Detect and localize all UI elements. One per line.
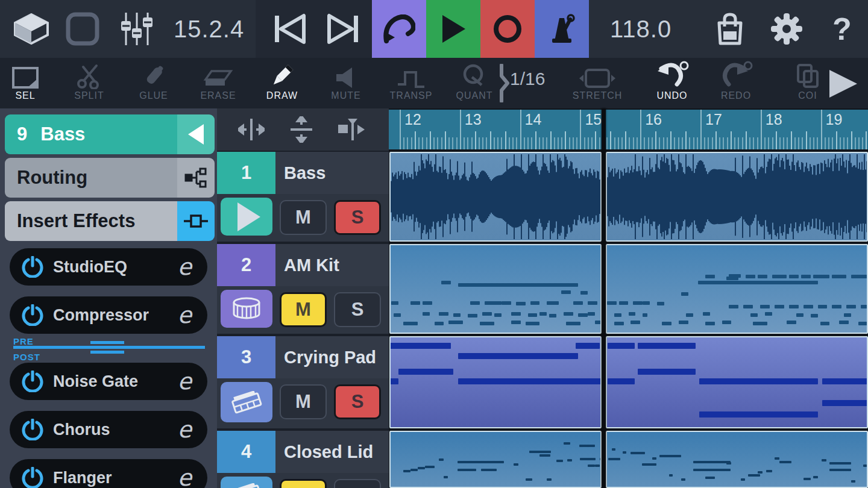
track-row-closed-lid[interactable]: 4 Closed Lid M S <box>217 431 389 488</box>
beat-tick <box>825 137 826 149</box>
audio-clip[interactable] <box>606 152 868 242</box>
effect-slot-compressor[interactable]: Compressor e <box>10 296 207 334</box>
tool-split[interactable]: SPLIT <box>60 58 118 108</box>
expand-toolbar-arrow[interactable] <box>827 69 858 99</box>
mute-button[interactable]: M <box>280 479 327 488</box>
solo-button[interactable]: S <box>334 479 381 488</box>
beat-tick <box>422 137 423 149</box>
midi-clip[interactable] <box>389 431 602 488</box>
tool-select[interactable]: SEL <box>0 58 54 108</box>
waveform <box>391 153 600 240</box>
app-logo-icon[interactable] <box>11 0 52 58</box>
midi-clip[interactable] <box>606 244 868 334</box>
effect-slot-chorus[interactable]: Chorus e <box>10 411 207 448</box>
prepost-slider-handle-top[interactable] <box>90 341 124 344</box>
settings-gear-icon[interactable] <box>767 0 807 58</box>
power-icon[interactable] <box>22 304 43 326</box>
beat-tick <box>452 137 453 149</box>
shop-bag-icon[interactable] <box>710 0 750 58</box>
audio-clip[interactable] <box>389 152 602 242</box>
effect-slot-flanger[interactable]: Flanger e <box>10 459 207 488</box>
edit-effect-icon[interactable]: e <box>178 254 192 280</box>
midi-note <box>693 461 731 463</box>
tempo-display[interactable]: 118.0 <box>610 0 671 58</box>
tool-mute[interactable]: MUTE <box>317 58 375 108</box>
beat-tick <box>625 131 626 149</box>
beat-tick <box>433 137 435 149</box>
midi-note <box>631 452 645 454</box>
power-icon[interactable] <box>22 371 43 392</box>
prepost-slider-handle-bottom[interactable] <box>90 351 124 354</box>
midi-clip[interactable] <box>606 431 868 488</box>
tool-undo[interactable]: UNDO <box>643 58 701 108</box>
resize-horizontal-icon[interactable] <box>238 117 265 142</box>
quantize-value[interactable]: 1/16 <box>510 69 545 89</box>
midi-clip[interactable] <box>606 336 868 428</box>
track-type-icon-cell[interactable] <box>221 382 272 422</box>
cycle-loop-button[interactable] <box>372 0 426 58</box>
midi-clip[interactable] <box>389 244 602 334</box>
power-icon[interactable] <box>22 256 43 278</box>
tool-transpose[interactable]: TRANSP <box>382 58 440 108</box>
tool-stretch[interactable]: STRETCH <box>564 58 631 108</box>
midi-note <box>766 470 772 472</box>
solo-button[interactable]: S <box>334 384 381 419</box>
midi-note <box>844 313 851 317</box>
beat-tick <box>715 131 717 149</box>
edit-effect-icon[interactable]: e <box>178 416 192 443</box>
midi-note <box>576 343 600 349</box>
insert-effects-button[interactable]: Insert Effects <box>5 201 215 241</box>
piano-track-icon <box>231 391 262 414</box>
help-button[interactable]: ? <box>825 0 860 58</box>
playhead-cursor[interactable] <box>602 108 606 488</box>
effect-slot-noise-gate[interactable]: Noise Gate e <box>10 363 207 400</box>
piano-track-icon <box>231 483 262 488</box>
track-type-icon-cell[interactable] <box>221 477 272 488</box>
edit-effect-icon[interactable]: e <box>178 368 192 395</box>
mute-button[interactable]: M <box>280 292 327 327</box>
tool-erase[interactable]: ERASE <box>189 58 247 108</box>
effect-slot-studioeq[interactable]: StudioEQ e <box>10 248 207 286</box>
beat-tick <box>697 137 698 149</box>
prepost-slider-track[interactable] <box>13 346 205 349</box>
solo-button[interactable]: S <box>334 200 381 235</box>
track-row-am-kit[interactable]: 2 AM Kit M S <box>217 244 389 334</box>
time-position-display[interactable]: 15.2.4 <box>174 0 244 58</box>
edit-effect-icon[interactable]: e <box>178 465 192 488</box>
power-icon[interactable] <box>22 467 43 488</box>
midi-note <box>607 301 617 305</box>
power-icon[interactable] <box>22 419 43 440</box>
track-row-bass[interactable]: 1 Bass M S <box>217 152 389 242</box>
bar-line <box>640 110 641 149</box>
tool-draw[interactable]: DRAW <box>253 58 311 108</box>
arrange-area[interactable]: 1213141516171819 <box>389 108 868 488</box>
midi-note <box>425 466 435 468</box>
beat-tick <box>652 137 653 149</box>
inspector-collapse-button[interactable] <box>177 114 215 154</box>
skip-back-button[interactable] <box>268 0 311 58</box>
autosize-track-icon[interactable] <box>338 117 368 142</box>
timeline-ruler[interactable]: 1213141516171819 <box>389 110 868 149</box>
record-button[interactable] <box>480 0 535 58</box>
mute-button[interactable]: M <box>280 200 327 235</box>
metronome-button[interactable] <box>535 0 589 58</box>
track-row-crying-pad[interactable]: 3 Crying Pad M S <box>217 336 389 428</box>
solo-button[interactable]: S <box>334 292 381 327</box>
mute-button[interactable]: M <box>280 384 327 419</box>
inspector-track-header[interactable]: 9 Bass <box>5 114 215 154</box>
midi-note <box>470 301 480 305</box>
tool-glue[interactable]: GLUE <box>125 58 183 108</box>
edit-effect-icon[interactable]: e <box>178 302 192 328</box>
skip-forward-button[interactable] <box>322 0 365 58</box>
routing-button[interactable]: Routing <box>5 158 215 198</box>
mixer-icon[interactable] <box>116 0 158 58</box>
tool-redo[interactable]: REDO <box>707 58 765 108</box>
track-type-icon-cell[interactable] <box>221 290 272 328</box>
resize-vertical-icon[interactable] <box>289 116 313 143</box>
bar-number: 16 <box>645 111 662 128</box>
tool-quantize[interactable]: QUANT <box>445 58 503 108</box>
track-type-icon-cell[interactable] <box>221 198 272 236</box>
play-button[interactable] <box>426 0 480 58</box>
stop-button[interactable] <box>61 0 104 58</box>
midi-clip[interactable] <box>389 336 602 428</box>
